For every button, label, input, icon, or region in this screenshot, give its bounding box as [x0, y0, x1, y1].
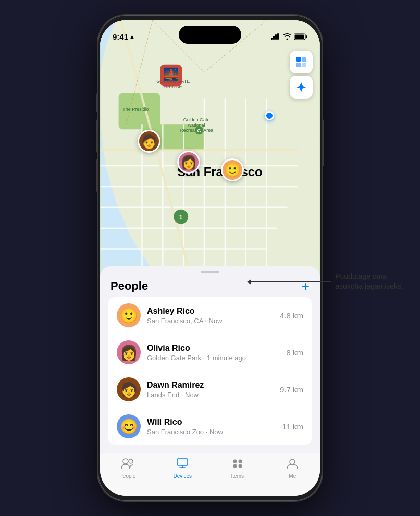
phone-frame: 9:41 ▲	[98, 15, 322, 501]
dawn-distance: 9.7 km	[280, 385, 303, 394]
map-type-button[interactable]	[290, 51, 313, 73]
svg-point-49	[238, 460, 242, 463]
svg-text:National: National	[188, 122, 205, 128]
svg-point-45	[123, 459, 128, 464]
dawn-name: Dawn Ramirez	[147, 380, 280, 390]
person-item-olivia[interactable]: 👩 Olivia Rico Golden Gate Park · 1 minut…	[108, 334, 312, 371]
devices-tab-icon	[176, 458, 189, 471]
tab-devices-label: Devices	[173, 473, 192, 479]
person-item-ashley[interactable]: 🙂 Ashley Rico San Francisco, CA · Now 4.…	[108, 297, 312, 334]
svg-point-48	[233, 460, 237, 463]
svg-rect-0	[271, 38, 273, 40]
items-tab-icon	[231, 458, 244, 471]
ashley-location: San Francisco, CA · Now	[147, 317, 280, 325]
people-panel: People + 🙂 Ashley Rico San Francisco, CA…	[100, 266, 320, 454]
svg-point-50	[233, 464, 237, 468]
svg-text:1: 1	[179, 214, 183, 221]
olivia-info: Olivia Rico Golden Gate Park · 1 minute …	[147, 343, 286, 362]
annotation: Puudutage oma asukoha jagamiseks.	[248, 272, 403, 292]
tab-me[interactable]: Me	[265, 458, 320, 479]
ashley-distance: 4.8 km	[280, 311, 303, 320]
status-icons	[271, 33, 307, 40]
svg-rect-42	[302, 57, 306, 62]
people-list: 🙂 Ashley Rico San Francisco, CA · Now 4.…	[108, 297, 312, 445]
me-tab-icon	[286, 458, 299, 471]
svg-rect-43	[296, 63, 301, 67]
dawn-avatar: 🧑	[117, 377, 141, 401]
map-pin-dawn[interactable]: 🧑	[138, 130, 160, 153]
dynamic-island	[179, 26, 241, 44]
ashley-avatar: 🙂	[117, 303, 141, 327]
ashley-info: Ashley Rico San Francisco, CA · Now	[147, 306, 280, 325]
svg-text:Golden Gate: Golden Gate	[183, 117, 210, 122]
map-pin-ashley[interactable]: 🙂	[221, 158, 244, 181]
annotation-line	[248, 281, 331, 282]
location-button[interactable]	[290, 76, 313, 99]
svg-point-51	[238, 464, 242, 468]
svg-rect-1	[273, 36, 275, 40]
svg-text:G: G	[197, 128, 201, 133]
will-avatar: 😊	[117, 414, 141, 438]
tab-items-label: Items	[231, 473, 244, 479]
svg-rect-41	[296, 57, 301, 62]
olivia-name: Olivia Rico	[147, 343, 286, 353]
svg-rect-6	[295, 34, 304, 39]
annotation-text: Puudutage oma asukoha jagamiseks.	[335, 272, 403, 292]
dawn-location: Lands End · Now	[147, 391, 280, 399]
tab-items[interactable]: Items	[210, 458, 265, 479]
svg-rect-2	[275, 34, 277, 40]
olivia-location: Golden Gate Park · 1 minute ago	[147, 354, 286, 362]
status-time: 9:41 ▲	[113, 32, 135, 41]
svg-text:🌉: 🌉	[163, 67, 179, 82]
map-controls	[290, 51, 313, 99]
svg-rect-47	[177, 459, 188, 465]
svg-rect-5	[306, 35, 307, 38]
tab-me-label: Me	[289, 473, 296, 479]
location-arrow-icon: ▲	[129, 33, 135, 40]
person-item-dawn[interactable]: 🧑 Dawn Ramirez Lands End · Now 9.7 km	[108, 371, 312, 408]
will-location: San Francisco Zoo · Now	[147, 428, 282, 436]
svg-rect-3	[277, 33, 279, 40]
tab-people[interactable]: People	[100, 458, 155, 479]
tab-devices[interactable]: Devices	[155, 458, 211, 479]
user-location-dot	[265, 111, 274, 120]
person-item-will[interactable]: 😊 Will Rico San Francisco Zoo · Now 11 k…	[108, 408, 312, 445]
svg-text:The Presidio: The Presidio	[122, 107, 149, 112]
tab-bar: People Devices	[100, 453, 320, 496]
signal-icon	[271, 33, 280, 40]
phone-screen: 9:41 ▲	[100, 20, 320, 496]
svg-point-46	[129, 459, 133, 463]
tab-people-label: People	[119, 473, 135, 479]
will-info: Will Rico San Francisco Zoo · Now	[147, 417, 282, 436]
dawn-info: Dawn Ramirez Lands End · Now	[147, 380, 280, 399]
olivia-distance: 8 km	[286, 348, 303, 357]
ashley-name: Ashley Rico	[147, 306, 280, 316]
battery-icon	[294, 33, 307, 40]
olivia-avatar: 👩	[117, 340, 141, 364]
will-name: Will Rico	[147, 417, 282, 427]
people-tab-icon	[121, 458, 134, 471]
svg-point-52	[290, 459, 295, 464]
will-distance: 11 km	[282, 422, 303, 431]
wifi-icon	[283, 33, 291, 40]
panel-title: People	[110, 279, 148, 293]
map-pin-olivia[interactable]: 👩	[177, 151, 200, 174]
svg-rect-44	[302, 63, 306, 67]
